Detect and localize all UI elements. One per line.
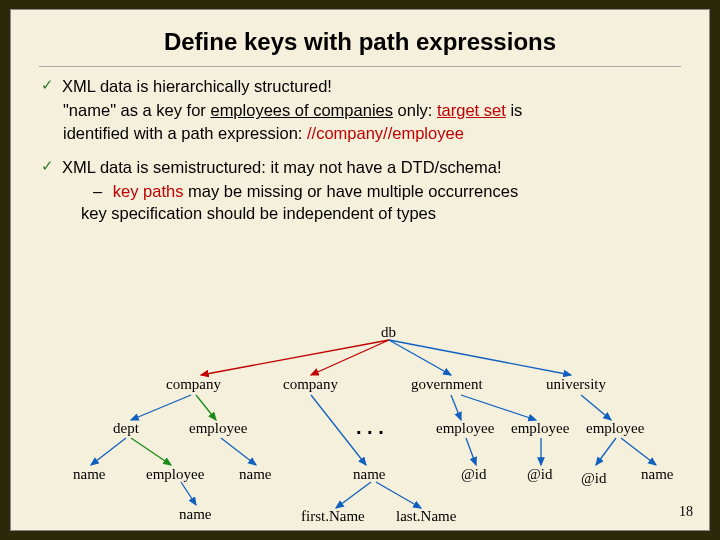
bullet-2-sub2: key specification should be independent … — [39, 202, 681, 224]
txt: is — [506, 101, 523, 119]
node-name-1: name — [73, 466, 105, 483]
svg-line-4 — [131, 395, 191, 420]
bullet-2-text: XML data is semistructured: it may not h… — [62, 156, 502, 178]
bullet-2: ✓ XML data is semistructured: it may not… — [39, 156, 681, 178]
txt: may be missing or have multiple occurren… — [183, 182, 518, 200]
tree-diagram: db company company government university… — [11, 320, 711, 520]
node-atid-2: @id — [527, 466, 552, 483]
txt: only: — [393, 101, 437, 119]
employees-of-companies: employees of companies — [210, 101, 393, 119]
node-name-4: name — [641, 466, 673, 483]
key-paths: key paths — [113, 182, 184, 200]
node-employee-3: employee — [511, 420, 569, 437]
svg-line-18 — [596, 438, 616, 465]
node-company-2: company — [283, 376, 338, 393]
txt: identified with a path expression: — [63, 124, 307, 142]
txt: "name" as a key for — [63, 101, 210, 119]
path-expr: //company//employee — [307, 124, 464, 142]
svg-line-19 — [621, 438, 656, 465]
svg-line-12 — [376, 482, 421, 508]
node-employee-2: employee — [436, 420, 494, 437]
target-set: target set — [437, 101, 506, 119]
svg-line-11 — [336, 482, 371, 508]
bullet-1-detail: "name" as a key for employees of compani… — [39, 99, 681, 121]
svg-line-1 — [311, 340, 389, 375]
bullet-1-text: XML data is hierarchically structured! — [62, 75, 332, 97]
node-company-1: company — [166, 376, 221, 393]
node-employee-1: employee — [189, 420, 247, 437]
node-government: government — [411, 376, 483, 393]
node-lastname: last.Name — [396, 508, 456, 525]
slide: Define keys with path expressions ✓ XML … — [10, 9, 710, 531]
svg-line-16 — [466, 438, 476, 465]
svg-line-15 — [581, 395, 611, 420]
bullet-1: ✓ XML data is hierarchically structured! — [39, 75, 681, 97]
node-firstname: first.Name — [301, 508, 365, 525]
slide-title: Define keys with path expressions — [39, 28, 681, 56]
node-name-3: name — [353, 466, 385, 483]
svg-line-5 — [196, 395, 216, 420]
svg-line-3 — [389, 340, 571, 375]
svg-line-2 — [389, 340, 451, 375]
node-employee-4: employee — [586, 420, 644, 437]
node-employee-5: employee — [146, 466, 204, 483]
svg-line-6 — [91, 438, 126, 465]
bullet-2-sub1: – key paths may be missing or have multi… — [39, 180, 681, 202]
dash-icon: – — [93, 182, 102, 200]
svg-line-7 — [131, 438, 171, 465]
node-name-2: name — [239, 466, 271, 483]
node-university: university — [546, 376, 606, 393]
node-db: db — [381, 324, 396, 341]
title-rule — [39, 66, 681, 67]
svg-line-13 — [451, 395, 461, 420]
svg-line-9 — [181, 482, 196, 505]
svg-line-14 — [461, 395, 536, 420]
check-icon: ✓ — [41, 156, 54, 178]
content-area: ✓ XML data is hierarchically structured!… — [39, 75, 681, 225]
check-icon: ✓ — [41, 75, 54, 97]
node-name-5: name — [179, 506, 211, 523]
node-atid-1: @id — [461, 466, 486, 483]
node-dept: dept — [113, 420, 139, 437]
bullet-1-detail2: identified with a path expression: //com… — [39, 122, 681, 144]
page-number: 18 — [679, 504, 693, 520]
node-atid-3: @id — [581, 470, 606, 487]
ellipsis: . . . — [356, 416, 384, 439]
svg-line-0 — [201, 340, 389, 375]
txt: key specification should be independent … — [81, 204, 436, 222]
svg-line-8 — [221, 438, 256, 465]
